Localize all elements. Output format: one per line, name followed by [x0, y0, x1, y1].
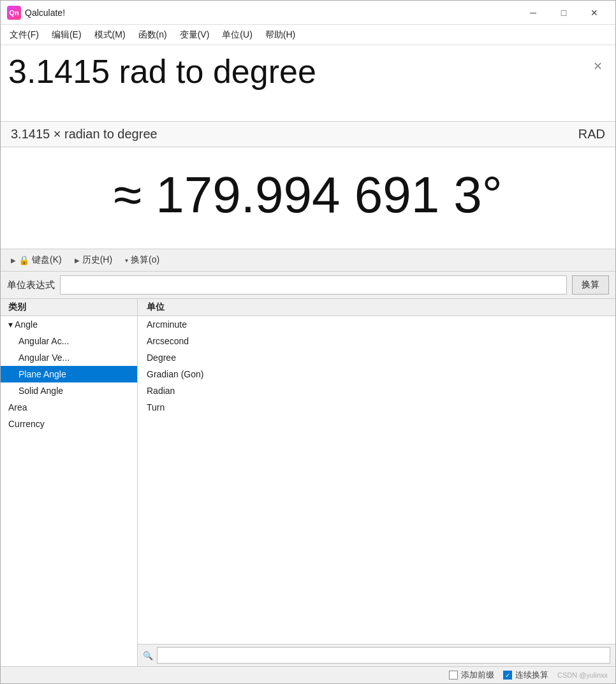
- add-prefix-label: 添加前缀: [461, 669, 494, 681]
- input-expression[interactable]: 3.1415 rad to degree: [8, 52, 590, 91]
- menu-item-n[interactable]: 函数(n): [132, 27, 173, 43]
- converter-input[interactable]: [60, 275, 567, 295]
- category-item-solid-angle[interactable]: Solid Angle: [1, 382, 137, 399]
- result-value: ≈ 179.994 691 3°: [114, 166, 502, 224]
- minimize-button[interactable]: ─: [518, 4, 548, 22]
- tab-converter[interactable]: ▾ 换算(o): [120, 252, 165, 268]
- lists-container: ▾ Angle Angular Ac... Angular Ve... Plan…: [1, 316, 615, 666]
- window-title: Qalculate!: [25, 8, 65, 18]
- result-expression: 3.1415 × radian to degree RAD: [11, 127, 605, 142]
- continuous-label: 连续换算: [515, 669, 548, 681]
- unit-item-radian[interactable]: Radian: [138, 382, 615, 399]
- search-icon: 🔍: [143, 651, 153, 660]
- tab-keyboard-arrow: ▶: [11, 257, 16, 264]
- continuous-item: ✓ 连续换算: [503, 669, 548, 681]
- tab-history-label: 历史(H): [82, 254, 112, 266]
- menu-item-f[interactable]: 文件(F): [3, 27, 45, 43]
- main-window: Qn Qalculate! ─ □ ✕ 文件(F)编辑(E)模式(M)函数(n)…: [0, 0, 616, 684]
- category-list: ▾ Angle Angular Ac... Angular Ve... Plan…: [1, 316, 138, 666]
- category-item-angle[interactable]: ▾ Angle: [1, 316, 137, 333]
- unit-item-gradian[interactable]: Gradian (Gon): [138, 366, 615, 382]
- title-bar-left: Qn Qalculate!: [7, 6, 65, 20]
- title-bar-controls: ─ □ ✕: [518, 4, 609, 22]
- tabs-bar: ▶ 🔒 键盘(K) ▶ 历史(H) ▾ 换算(o): [1, 249, 615, 272]
- unit-list: Arcminute Arcsecond Degree Gradian (Gon)…: [138, 316, 615, 666]
- converter-label: 单位表达式: [7, 279, 55, 291]
- units-header: 单位: [138, 299, 615, 316]
- unit-search-bar: 🔍: [138, 644, 615, 666]
- unit-item-arcsecond[interactable]: Arcsecond: [138, 333, 615, 349]
- result-value-area: ≈ 179.994 691 3°: [1, 147, 615, 249]
- clear-button[interactable]: ✕: [590, 57, 605, 76]
- category-item-plane-angle[interactable]: Plane Angle: [1, 366, 137, 382]
- unit-search-input[interactable]: [157, 647, 610, 664]
- tab-keyboard-label: 键盘(K): [32, 254, 62, 266]
- app-icon: Qn: [7, 6, 21, 20]
- maximize-button[interactable]: □: [549, 4, 578, 22]
- converter-area: 单位表达式 换算: [1, 272, 615, 299]
- tab-converter-label: 换算(o): [131, 254, 159, 266]
- tab-history-arrow: ▶: [75, 257, 80, 264]
- tab-keyboard[interactable]: ▶ 🔒 键盘(K): [6, 252, 67, 268]
- continuous-checkbox[interactable]: ✓: [503, 671, 512, 680]
- bottom-panel: ▶ 🔒 键盘(K) ▶ 历史(H) ▾ 换算(o) 单位表达式 换算 类别 单位: [1, 249, 615, 683]
- tab-converter-arrow: ▾: [125, 257, 128, 264]
- add-prefix-item: 添加前缀: [449, 669, 494, 681]
- title-bar: Qn Qalculate! ─ □ ✕: [1, 1, 615, 25]
- convert-button[interactable]: 换算: [572, 275, 609, 295]
- menu-item-e[interactable]: 编辑(E): [45, 27, 88, 43]
- tab-keyboard-lock-icon: 🔒: [18, 255, 29, 265]
- result-expression-text: 3.1415 × radian to degree: [11, 127, 158, 142]
- menu-item-h[interactable]: 帮助(H): [259, 27, 302, 43]
- close-button[interactable]: ✕: [580, 4, 609, 22]
- unit-item-arcminute[interactable]: Arcminute: [138, 316, 615, 333]
- category-item-area[interactable]: Area: [1, 399, 137, 416]
- category-item-currency[interactable]: Currency: [1, 416, 137, 432]
- category-item-angular-velocity[interactable]: Angular Ve...: [1, 349, 137, 366]
- result-area: 3.1415 × radian to degree RAD: [1, 122, 615, 147]
- watermark: CSDN @yulinxx: [557, 671, 608, 679]
- unit-item-degree[interactable]: Degree: [138, 349, 615, 366]
- menu-item-v[interactable]: 变量(V): [173, 27, 216, 43]
- add-prefix-checkbox[interactable]: [449, 671, 458, 680]
- category-item-angular-acceleration[interactable]: Angular Ac...: [1, 333, 137, 349]
- menu-bar: 文件(F)编辑(E)模式(M)函数(n)变量(V)单位(U)帮助(H): [1, 25, 615, 45]
- status-bar: 添加前缀 ✓ 连续换算 CSDN @yulinxx: [1, 666, 615, 683]
- categories-header: 类别: [1, 299, 138, 316]
- mode-badge: RAD: [578, 127, 605, 142]
- unit-item-turn[interactable]: Turn: [138, 399, 615, 416]
- menu-item-u[interactable]: 单位(U): [216, 27, 258, 43]
- input-area: 3.1415 rad to degree ✕: [1, 45, 615, 122]
- tab-history[interactable]: ▶ 历史(H): [70, 252, 117, 268]
- menu-item-m[interactable]: 模式(M): [88, 27, 132, 43]
